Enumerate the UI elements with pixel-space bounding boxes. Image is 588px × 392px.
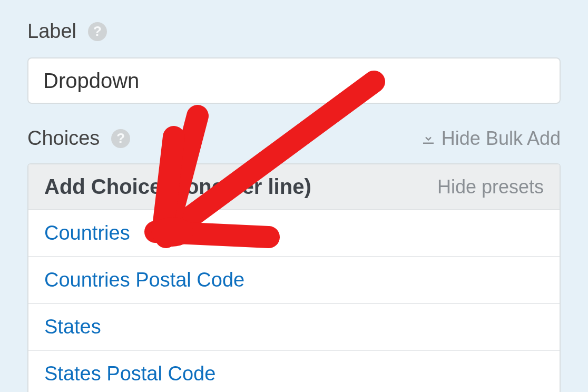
preset-item-countries-postal-code[interactable]: Countries Postal Code <box>28 257 560 304</box>
preset-item-states-postal-code[interactable]: States Postal Code <box>28 351 560 392</box>
preset-item-states[interactable]: States <box>28 304 560 351</box>
download-icon <box>420 131 436 146</box>
panel-title: Add Choices (one per line) <box>44 175 311 199</box>
form-field-settings: Label ? Choices ? Hide Bulk Add Add Choi… <box>0 0 588 392</box>
label-title: Label <box>27 20 76 43</box>
choices-section-header: Choices ? Hide Bulk Add <box>27 127 561 150</box>
preset-item-countries[interactable]: Countries <box>28 210 560 257</box>
help-icon[interactable]: ? <box>88 22 107 41</box>
bulk-link-text: Hide Bulk Add <box>442 128 561 150</box>
choices-title-group: Choices ? <box>27 127 130 150</box>
choices-title: Choices <box>27 127 100 150</box>
panel-header: Add Choices (one per line) Hide presets <box>28 164 560 210</box>
label-section-header: Label ? <box>27 20 561 43</box>
help-icon[interactable]: ? <box>111 129 130 148</box>
hide-presets-link[interactable]: Hide presets <box>437 176 544 198</box>
hide-bulk-add-link[interactable]: Hide Bulk Add <box>420 128 561 150</box>
choices-panel: Add Choices (one per line) Hide presets … <box>27 163 561 392</box>
label-input[interactable] <box>27 57 561 104</box>
